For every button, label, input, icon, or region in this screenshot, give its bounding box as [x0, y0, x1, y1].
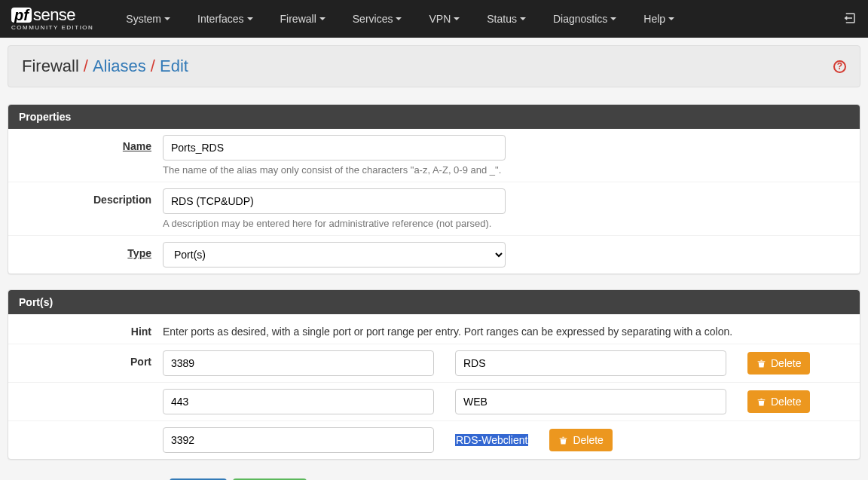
nav-diagnostics[interactable]: Diagnostics [539, 13, 630, 25]
description-label: Description [20, 188, 163, 206]
trash-icon [756, 359, 766, 368]
breadcrumb-sep: / [84, 57, 88, 76]
description-input[interactable] [163, 188, 506, 214]
caret-icon [520, 17, 526, 20]
breadcrumb-sep: / [151, 57, 155, 76]
port-value-input[interactable] [163, 389, 434, 414]
nav-firewall[interactable]: Firewall [267, 13, 339, 25]
caret-icon [396, 17, 402, 20]
caret-icon [454, 17, 460, 20]
port-label-empty [20, 427, 163, 433]
caret-icon [610, 17, 616, 20]
caret-icon [247, 17, 253, 20]
nav-vpn[interactable]: VPN [415, 13, 473, 25]
brand-sense: sense [33, 7, 75, 23]
nav-services[interactable]: Services [339, 13, 416, 25]
port-value-input[interactable] [163, 427, 434, 453]
hint-label: Hint [20, 320, 163, 338]
port-label: Port [20, 350, 163, 368]
name-input[interactable] [163, 135, 506, 161]
port-label-empty [20, 389, 163, 394]
properties-panel: Properties Name The name of the alias ma… [8, 104, 860, 274]
selected-text: RDS-Webclient [455, 434, 528, 446]
delete-button[interactable]: Delete [747, 390, 810, 413]
port-desc-input[interactable] [455, 389, 726, 414]
logout-icon[interactable] [843, 11, 857, 27]
caret-icon [164, 17, 170, 20]
nav-interfaces[interactable]: Interfaces [184, 13, 266, 25]
breadcrumb: Firewall / Aliases / Edit ? [8, 45, 860, 87]
port-desc-input-focused[interactable]: RDS-Webclient [455, 434, 528, 446]
ports-panel: Port(s) Hint Enter ports as desired, wit… [8, 289, 860, 460]
brand-pf: pf [11, 8, 32, 23]
trash-icon [756, 397, 766, 407]
brand-ce: COMMUNITY EDITION [11, 25, 93, 31]
type-label: Type [20, 242, 163, 259]
navbar: pf sense COMMUNITY EDITION System Interf… [0, 0, 868, 38]
caret-icon [668, 17, 674, 20]
hint-text: Enter ports as desired, with a single po… [163, 320, 848, 338]
breadcrumb-edit[interactable]: Edit [160, 57, 188, 76]
ports-title: Port(s) [8, 290, 860, 314]
port-value-input[interactable] [163, 350, 434, 376]
nav-system[interactable]: System [112, 13, 184, 25]
nav-status[interactable]: Status [473, 13, 539, 25]
name-help: The name of the alias may only consist o… [163, 164, 848, 176]
properties-title: Properties [8, 105, 860, 129]
caret-icon [319, 17, 326, 20]
help-icon[interactable]: ? [833, 60, 846, 73]
breadcrumb-firewall[interactable]: Firewall [22, 57, 79, 76]
brand-logo[interactable]: pf sense COMMUNITY EDITION [11, 7, 93, 31]
type-select[interactable]: Port(s) [163, 242, 506, 268]
breadcrumb-aliases[interactable]: Aliases [93, 57, 146, 76]
port-desc-input[interactable] [455, 350, 726, 376]
nav-items: System Interfaces Firewall Services VPN … [112, 13, 843, 25]
nav-help[interactable]: Help [630, 13, 688, 25]
delete-button[interactable]: Delete [747, 352, 810, 375]
actions-row: Save Add Port [8, 475, 860, 480]
trash-icon [558, 436, 568, 445]
description-help: A description may be entered here for ad… [163, 218, 848, 229]
delete-button[interactable]: Delete [549, 429, 612, 451]
name-label: Name [20, 135, 163, 152]
